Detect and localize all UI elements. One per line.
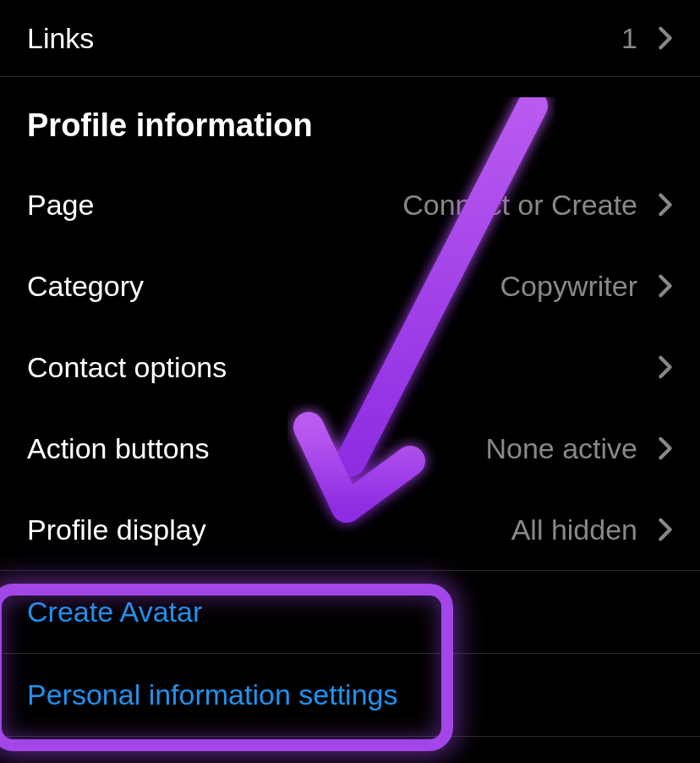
chevron-right-icon (658, 193, 673, 217)
action-label: Action buttons (27, 432, 209, 465)
action-value: None active (485, 432, 637, 465)
display-label: Profile display (27, 513, 206, 546)
display-right: All hidden (511, 513, 673, 546)
chevron-right-icon (658, 436, 673, 460)
personal-info-link[interactable]: Personal information settings (0, 654, 700, 736)
chevron-right-icon (658, 355, 673, 379)
category-value: Copywriter (500, 270, 637, 303)
create-avatar-link[interactable]: Create Avatar (0, 571, 700, 653)
links-row[interactable]: Links 1 (0, 0, 700, 76)
action-right: None active (485, 432, 673, 465)
links-label: Links (27, 22, 94, 55)
page-right: Connect or Create (402, 189, 673, 222)
chevron-right-icon (658, 26, 673, 50)
chevron-right-icon (658, 518, 673, 541)
page-value: Connect or Create (402, 189, 637, 222)
contact-right (637, 355, 673, 379)
category-label: Category (27, 270, 144, 303)
links-right: 1 (621, 22, 673, 55)
section-header: Profile information (0, 77, 700, 164)
action-buttons-row[interactable]: Action buttons None active (0, 408, 700, 489)
create-avatar-text: Create Avatar (27, 596, 202, 629)
category-row[interactable]: Category Copywriter (0, 245, 700, 327)
profile-display-row[interactable]: Profile display All hidden (0, 489, 700, 570)
category-right: Copywriter (500, 270, 673, 303)
links-value: 1 (621, 22, 637, 55)
chevron-right-icon (658, 274, 673, 298)
page-label: Page (27, 189, 94, 222)
personal-info-text: Personal information settings (27, 678, 397, 711)
contact-options-row[interactable]: Contact options (0, 327, 700, 408)
contact-label: Contact options (27, 351, 227, 384)
divider (0, 736, 700, 737)
display-value: All hidden (511, 513, 637, 546)
page-row[interactable]: Page Connect or Create (0, 164, 700, 245)
section-title: Profile information (27, 107, 673, 144)
